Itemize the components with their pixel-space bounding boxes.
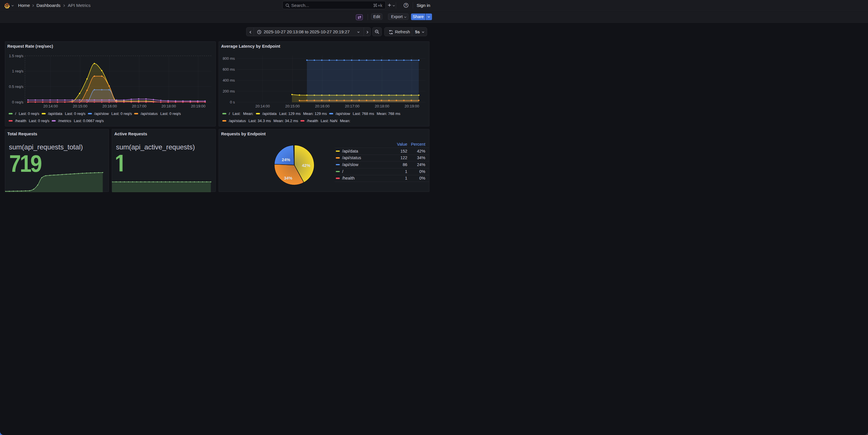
svg-text:0 req/s: 0 req/s — [12, 100, 23, 104]
svg-text:20:16:00: 20:16:00 — [315, 104, 330, 108]
svg-text:800 ms: 800 ms — [223, 56, 235, 61]
svg-text:20:15:00: 20:15:00 — [73, 104, 87, 108]
svg-text:24%: 24% — [282, 157, 290, 162]
svg-text:200 ms: 200 ms — [223, 89, 235, 94]
svg-text:1.5 req/s: 1.5 req/s — [9, 54, 23, 58]
svg-text:600 ms: 600 ms — [223, 67, 235, 71]
svg-text:0 s: 0 s — [230, 100, 235, 104]
svg-text:20:16:00: 20:16:00 — [102, 104, 117, 108]
svg-text:400 ms: 400 ms — [223, 78, 235, 83]
svg-text:20:19:00: 20:19:00 — [191, 104, 205, 108]
svg-text:20:17:00: 20:17:00 — [345, 104, 360, 108]
svg-text:20:18:00: 20:18:00 — [375, 104, 389, 108]
svg-text:?: ? — [405, 3, 407, 7]
svg-text:20:14:00: 20:14:00 — [43, 104, 58, 108]
svg-text:20:19:00: 20:19:00 — [404, 104, 419, 108]
svg-text:1 req/s: 1 req/s — [12, 69, 23, 73]
svg-text:20:15:00: 20:15:00 — [285, 104, 300, 108]
svg-text:42%: 42% — [302, 163, 310, 168]
svg-text:34%: 34% — [284, 176, 292, 181]
svg-text:20:18:00: 20:18:00 — [161, 104, 176, 108]
svg-text:20:14:00: 20:14:00 — [255, 104, 270, 108]
svg-text:0.5 req/s: 0.5 req/s — [9, 85, 23, 89]
svg-text:20:17:00: 20:17:00 — [132, 104, 147, 108]
